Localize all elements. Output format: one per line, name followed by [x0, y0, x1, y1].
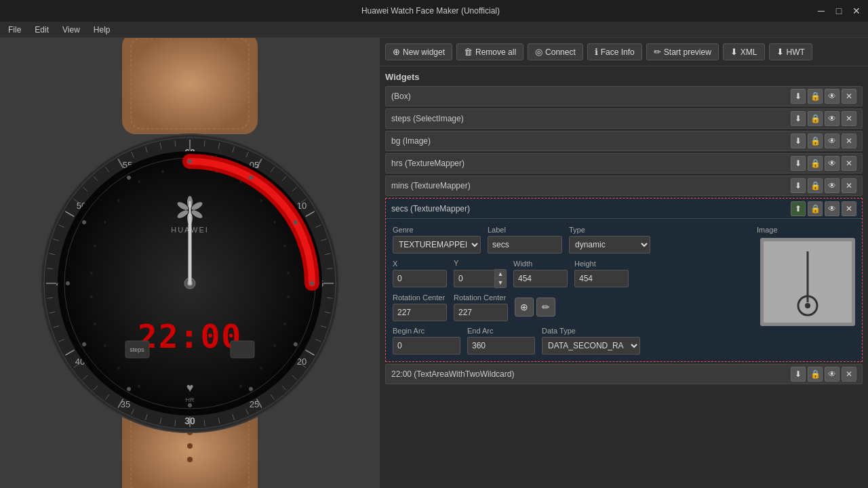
watch-svg: 60 05 10 15 20 25 30 35 40 45 50 55 [20, 38, 359, 488]
widget-eye-btn[interactable]: 👁 [825, 89, 840, 104]
svg-point-118 [66, 281, 70, 285]
menu-view[interactable]: View [60, 24, 83, 36]
close-button[interactable]: ✕ [850, 5, 863, 17]
selected-widget-actions: ⬆ 🔒 👁 ✕ [791, 201, 856, 216]
widget-close-btn[interactable]: ✕ [842, 89, 856, 104]
image-label: Image [757, 226, 778, 234]
begin-arc-input[interactable] [393, 337, 460, 354]
widget-time-close-btn[interactable]: ✕ [842, 367, 856, 382]
plus-icon: ⊕ [393, 47, 400, 57]
new-widget-button[interactable]: ⊕ New widget [385, 43, 452, 60]
widget-row-mins[interactable]: mins (TextureMapper) ⬇ 🔒 👁 ✕ [385, 176, 863, 196]
width-input[interactable] [513, 270, 568, 287]
widget-row-steps[interactable]: steps (SelectImage) ⬇ 🔒 👁 ✕ [385, 108, 863, 129]
widget-time-download-btn[interactable]: ⬇ [791, 367, 806, 382]
widget-row-box-name: (Box) [391, 92, 791, 101]
toolbar: ⊕ New widget 🗑 Remove all ◎ Connect ℹ Fa… [380, 38, 868, 66]
widget-hrs-lock-btn[interactable]: 🔒 [808, 156, 823, 171]
y-group: Y ▲ ▼ [454, 259, 507, 288]
x-input[interactable] [393, 270, 447, 287]
widget-steps-lock-btn[interactable]: 🔒 [808, 111, 823, 126]
x-label: X [393, 260, 447, 268]
widget-secs-eye-btn[interactable]: 👁 [825, 201, 840, 216]
widget-row-bg[interactable]: bg (Image) ⬇ 🔒 👁 ✕ [385, 131, 863, 151]
begin-arc-group: Begin Arc [393, 327, 460, 354]
remove-all-button[interactable]: 🗑 Remove all [456, 43, 524, 60]
widget-mins-eye-btn[interactable]: 👁 [825, 178, 840, 193]
rotation-target-btn[interactable]: ⊕ [515, 298, 534, 317]
widget-hrs-download-btn[interactable]: ⬇ [791, 156, 806, 171]
label-input[interactable] [488, 236, 562, 253]
widget-mins-close-btn[interactable]: ✕ [842, 178, 856, 193]
label-group: Label [488, 226, 562, 253]
widget-download-btn[interactable]: ⬇ [791, 89, 806, 104]
menu-file[interactable]: File [5, 24, 24, 36]
svg-point-109 [188, 159, 192, 163]
widget-mins-download-btn[interactable]: ⬇ [791, 178, 806, 193]
widget-bg-download-btn[interactable]: ⬇ [791, 134, 806, 148]
height-input[interactable] [574, 270, 629, 287]
widget-secs-lock-btn[interactable]: 🔒 [808, 201, 823, 216]
widget-bg-close-btn[interactable]: ✕ [842, 134, 856, 148]
title-bar: Huawei Watch Face Maker (Unofficial) ─ □… [0, 0, 868, 22]
maximize-button[interactable]: □ [833, 5, 845, 17]
widget-secs-close-btn[interactable]: ✕ [842, 201, 856, 216]
face-info-button[interactable]: ℹ Face Info [587, 43, 642, 60]
svg-point-101 [94, 323, 96, 325]
svg-text:22:00: 22:00 [138, 317, 243, 355]
end-arc-group: End Arc [467, 327, 535, 354]
minimize-button[interactable]: ─ [815, 5, 827, 17]
widget-lock-btn[interactable]: 🔒 [808, 89, 823, 104]
hwt-button[interactable]: ⬇ HWT [769, 43, 812, 60]
y-input[interactable] [454, 270, 494, 287]
x-group: X [393, 260, 447, 287]
y-increment-btn[interactable]: ▲ [495, 270, 506, 279]
start-preview-button[interactable]: ✏ Start preview [646, 43, 719, 60]
svg-point-87 [161, 170, 164, 173]
widget-detail-left: Genre TEXTUREMAPPER Label Type [393, 226, 750, 354]
type-select[interactable]: dynamic [569, 236, 650, 253]
widget-hrs-eye-btn[interactable]: 👁 [825, 156, 840, 171]
menu-help[interactable]: Help [91, 24, 113, 36]
rotation-action-btns: ⊕ ✏ [515, 298, 555, 317]
rotation-pen-btn[interactable]: ✏ [536, 298, 555, 317]
y-spinner: ▲ ▼ [454, 269, 507, 288]
widget-mins-lock-btn[interactable]: 🔒 [808, 178, 823, 193]
svg-rect-1 [122, 38, 258, 134]
data-type-select[interactable]: DATA_SECOND_RA [542, 337, 640, 354]
widget-steps-download-btn[interactable]: ⬇ [791, 111, 806, 126]
svg-point-104 [260, 367, 262, 369]
widget-time-eye-btn[interactable]: 👁 [825, 367, 840, 382]
widget-row-mins-actions: ⬇ 🔒 👁 ✕ [791, 178, 856, 193]
svg-text:30: 30 [184, 415, 195, 426]
widget-steps-eye-btn[interactable]: 👁 [825, 111, 840, 126]
widget-bg-eye-btn[interactable]: 👁 [825, 134, 840, 148]
xml-button[interactable]: ⬇ XML [723, 43, 765, 60]
rot-cy-input[interactable] [454, 304, 508, 321]
widget-steps-close-btn[interactable]: ✕ [842, 111, 856, 126]
end-arc-input[interactable] [467, 337, 535, 354]
svg-point-94 [283, 245, 286, 247]
widget-row-box[interactable]: (Box) ⬇ 🔒 👁 ✕ [385, 86, 863, 106]
widget-time-lock-btn[interactable]: 🔒 [808, 367, 823, 382]
connect-button[interactable]: ◎ Connect [528, 43, 583, 60]
trash-icon: 🗑 [464, 47, 473, 57]
form-row-xywh: X Y ▲ ▼ [393, 259, 750, 288]
rot-cx-input[interactable] [393, 304, 447, 321]
svg-point-105 [117, 367, 120, 369]
rot-cx-label: Rotation Center [393, 293, 447, 302]
menu-edit[interactable]: Edit [32, 24, 52, 36]
widget-row-bg-name: bg (Image) [391, 136, 791, 146]
widget-bg-lock-btn[interactable]: 🔒 [808, 134, 823, 148]
widget-row-hrs[interactable]: hrs (TextureMapper) ⬇ 🔒 👁 ✕ [385, 153, 863, 174]
right-panel: ⊕ New widget 🗑 Remove all ◎ Connect ℹ Fa… [380, 38, 868, 488]
genre-select[interactable]: TEXTUREMAPPER [393, 236, 481, 253]
y-decrement-btn[interactable]: ▼ [495, 279, 506, 287]
widget-row-time[interactable]: 22:00 (TextAreaWithTwoWildcard) ⬇ 🔒 👁 ✕ [385, 364, 863, 384]
widget-row-steps-actions: ⬇ 🔒 👁 ✕ [791, 111, 856, 126]
genre-group: Genre TEXTUREMAPPER [393, 226, 481, 253]
widget-hrs-close-btn[interactable]: ✕ [842, 156, 856, 171]
svg-point-99 [90, 296, 93, 298]
preview-image-svg [764, 241, 852, 323]
widget-secs-up-btn[interactable]: ⬆ [791, 201, 806, 216]
